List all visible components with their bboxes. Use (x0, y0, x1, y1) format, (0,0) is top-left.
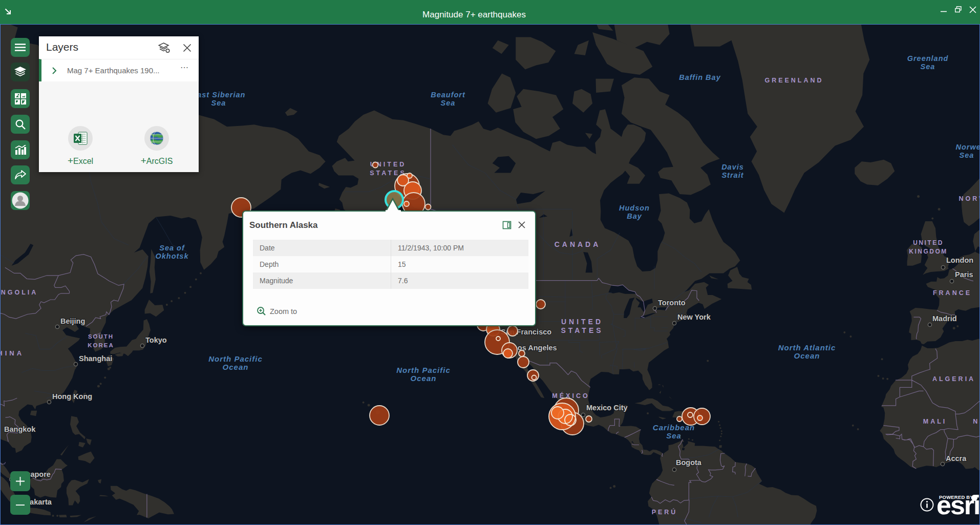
svg-text:Norwegian: Norwegian (955, 143, 980, 151)
svg-text:Okhotsk: Okhotsk (155, 252, 188, 260)
svg-text:Ocean: Ocean (794, 351, 820, 360)
svg-text:NIGER: NIGER (973, 418, 980, 425)
svg-text:Beijing: Beijing (60, 317, 85, 325)
svg-text:KOREA: KOREA (88, 342, 114, 348)
svg-text:Sea of: Sea of (159, 244, 185, 252)
svg-text:Hong Kong: Hong Kong (52, 392, 92, 401)
svg-text:ALGERIA: ALGERIA (932, 375, 975, 383)
svg-text:Strait: Strait (721, 171, 743, 179)
svg-text:Accra: Accra (946, 454, 967, 463)
svg-text:Bay: Bay (627, 212, 642, 220)
svg-text:North Pacific: North Pacific (396, 366, 451, 374)
svg-text:Toronto: Toronto (658, 299, 686, 307)
svg-text:Tokyo: Tokyo (145, 336, 167, 344)
svg-text:Ocean: Ocean (223, 363, 249, 371)
svg-text:Madrid: Madrid (932, 314, 957, 323)
svg-text:Sea: Sea (441, 99, 456, 107)
svg-text:SOUTH: SOUTH (88, 333, 114, 340)
svg-text:Sea: Sea (960, 151, 974, 159)
svg-text:Sea: Sea (211, 99, 226, 107)
svg-text:Mexico City: Mexico City (586, 404, 628, 412)
svg-text:Paris: Paris (955, 270, 973, 279)
svg-text:New York: New York (677, 313, 711, 321)
svg-text:London: London (946, 256, 973, 264)
svg-text:Greenland: Greenland (907, 54, 949, 62)
svg-text:UNITED: UNITED (561, 318, 603, 326)
svg-text:Bangkok: Bangkok (4, 425, 36, 433)
svg-text:Baffin Bay: Baffin Bay (679, 73, 720, 81)
svg-text:CHINA: CHINA (0, 349, 24, 357)
svg-text:NORWAY: NORWAY (959, 195, 980, 202)
svg-text:Sea: Sea (666, 431, 681, 440)
svg-text:STATES: STATES (561, 326, 603, 334)
svg-text:FRANCE: FRANCE (933, 289, 972, 297)
svg-text:Hudson: Hudson (619, 204, 650, 212)
svg-text:Ocean: Ocean (411, 374, 437, 383)
svg-text:East Siberian: East Siberian (192, 91, 246, 99)
svg-text:GREENLAND: GREENLAND (764, 77, 823, 84)
svg-text:Sea: Sea (921, 62, 935, 71)
svg-text:North Atlantic: North Atlantic (778, 343, 836, 352)
svg-text:Davis: Davis (721, 163, 744, 171)
svg-text:CANADA: CANADA (555, 240, 601, 248)
svg-text:North Pacific: North Pacific (208, 354, 263, 363)
svg-text:MALI: MALI (923, 418, 947, 425)
svg-text:Beaufort: Beaufort (431, 91, 465, 99)
svg-text:Bogota: Bogota (676, 458, 702, 467)
svg-text:KINGDOM: KINGDOM (909, 248, 948, 255)
svg-text:Shanghai: Shanghai (79, 354, 112, 363)
svg-text:MONGOLIA: MONGOLIA (0, 289, 38, 296)
svg-text:PERÚ: PERÚ (652, 508, 678, 516)
svg-text:UNITED: UNITED (913, 239, 944, 246)
svg-text:MÉXICO: MÉXICO (552, 392, 589, 400)
